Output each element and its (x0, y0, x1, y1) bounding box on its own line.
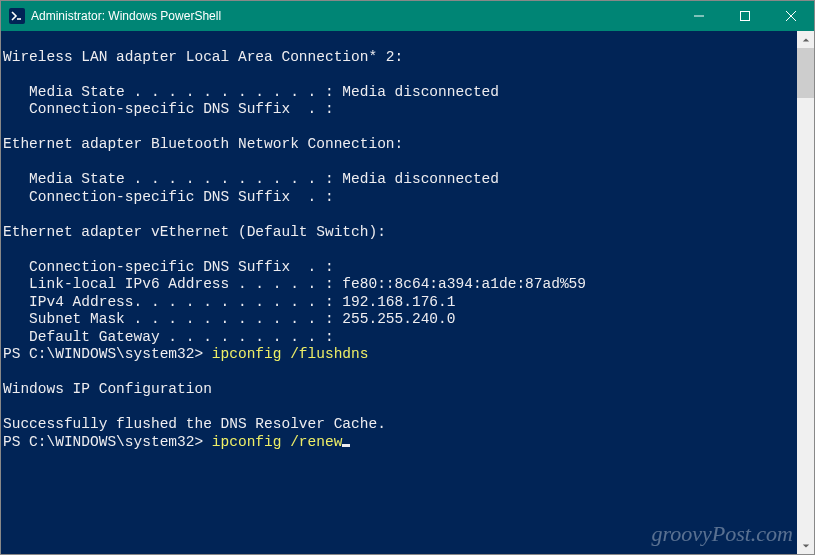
terminal-line: Media State . . . . . . . . . . . : Medi… (3, 84, 797, 102)
terminal-line: PS C:\WINDOWS\system32> ipconfig /renew (3, 434, 797, 452)
minimize-button[interactable] (676, 1, 722, 31)
close-button[interactable] (768, 1, 814, 31)
prompt-text: PS C:\WINDOWS\system32> (3, 434, 212, 450)
terminal-line (3, 119, 797, 137)
terminal-line: PS C:\WINDOWS\system32> ipconfig /flushd… (3, 346, 797, 364)
terminal-line (3, 241, 797, 259)
terminal-line: Ethernet adapter Bluetooth Network Conne… (3, 136, 797, 154)
terminal-line: Ethernet adapter vEthernet (Default Swit… (3, 224, 797, 242)
titlebar[interactable]: Administrator: Windows PowerShell (1, 1, 814, 31)
powershell-icon (9, 8, 25, 24)
terminal-line (3, 206, 797, 224)
terminal-line: Subnet Mask . . . . . . . . . . . : 255.… (3, 311, 797, 329)
terminal-area: Wireless LAN adapter Local Area Connecti… (1, 31, 814, 554)
terminal-line: Default Gateway . . . . . . . . . : (3, 329, 797, 347)
terminal-line: Connection-specific DNS Suffix . : (3, 259, 797, 277)
terminal-line: IPv4 Address. . . . . . . . . . . : 192.… (3, 294, 797, 312)
scrollbar-up-button[interactable] (797, 31, 814, 48)
scrollbar-down-button[interactable] (797, 537, 814, 554)
terminal-line: Successfully flushed the DNS Resolver Ca… (3, 416, 797, 434)
terminal-line: Wireless LAN adapter Local Area Connecti… (3, 49, 797, 67)
terminal-line: Connection-specific DNS Suffix . : (3, 101, 797, 119)
cursor (342, 444, 350, 447)
terminal-line (3, 31, 797, 49)
terminal-line (3, 66, 797, 84)
prompt-text: PS C:\WINDOWS\system32> (3, 346, 212, 362)
scrollbar-thumb[interactable] (797, 48, 814, 98)
window-title: Administrator: Windows PowerShell (31, 9, 676, 23)
command-text: ipconfig /renew (212, 434, 343, 450)
maximize-button[interactable] (722, 1, 768, 31)
terminal-line (3, 399, 797, 417)
command-text: ipconfig /flushdns (212, 346, 369, 362)
svg-rect-2 (741, 12, 750, 21)
powershell-window: Administrator: Windows PowerShell Wirele… (0, 0, 815, 555)
terminal-line (3, 154, 797, 172)
scrollbar-track[interactable] (797, 48, 814, 537)
window-controls (676, 1, 814, 31)
terminal-output[interactable]: Wireless LAN adapter Local Area Connecti… (1, 31, 797, 554)
terminal-line: Link-local IPv6 Address . . . . . : fe80… (3, 276, 797, 294)
terminal-line (3, 364, 797, 382)
terminal-line: Connection-specific DNS Suffix . : (3, 189, 797, 207)
vertical-scrollbar[interactable] (797, 31, 814, 554)
terminal-line: Media State . . . . . . . . . . . : Medi… (3, 171, 797, 189)
terminal-line: Windows IP Configuration (3, 381, 797, 399)
